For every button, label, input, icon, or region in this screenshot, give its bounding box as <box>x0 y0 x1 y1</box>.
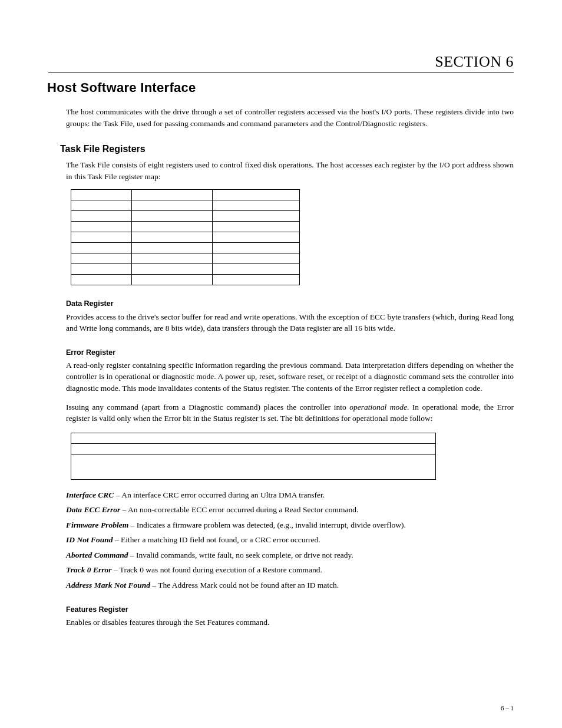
error-register-heading: Error Register <box>66 347 514 358</box>
def-term: Address Mark Not Found <box>66 581 150 589</box>
def-item: Address Mark Not Found – The Address Mar… <box>66 579 514 591</box>
def-text: – An interface CRC error occurred during… <box>114 490 325 499</box>
def-text: – The Address Mark could not be found af… <box>150 581 339 589</box>
def-term: Data ECC Error <box>66 505 120 514</box>
def-term: Aborted Command <box>66 551 128 559</box>
table-row <box>71 211 300 222</box>
table-row <box>71 454 436 479</box>
table-row <box>71 433 436 443</box>
err-p2-em: operational mode <box>349 403 407 411</box>
task-file-paragraph: The Task File consists of eight register… <box>66 159 514 182</box>
def-text: – Invalid commands, write fault, no seek… <box>128 551 353 559</box>
section-rule <box>48 73 514 73</box>
table-row <box>71 232 300 243</box>
body: The host communicates with the drive thr… <box>66 106 514 628</box>
def-text: – An non-correctable ECC error occurred … <box>120 505 358 514</box>
table-row <box>71 253 300 264</box>
table-row <box>71 443 436 454</box>
def-text: – Either a matching ID field not found, … <box>113 535 320 544</box>
table-row <box>71 264 300 275</box>
error-register-p1: A read-only register containing specific… <box>66 360 514 394</box>
data-register-heading: Data Register <box>66 298 514 309</box>
table-row <box>71 275 300 285</box>
section-label: SECTION 6 <box>48 53 514 71</box>
def-item: Interface CRC – An interface CRC error o… <box>66 489 514 501</box>
def-item: Firmware Problem – Indicates a firmware … <box>66 519 514 531</box>
data-register-paragraph: Provides access to the drive's sector bu… <box>66 311 514 334</box>
task-file-register-map <box>71 189 300 285</box>
def-item: Data ECC Error – An non-correctable ECC … <box>66 504 514 516</box>
features-register-heading: Features Register <box>66 604 514 615</box>
def-term: ID Not Found <box>66 535 113 544</box>
err-p2a: Issuing any command (apart from a Diagno… <box>66 403 349 411</box>
def-text: – Track 0 was not found during execution… <box>112 565 322 574</box>
error-register-p2: Issuing any command (apart from a Diagno… <box>66 401 514 424</box>
def-item: ID Not Found – Either a matching ID fiel… <box>66 534 514 546</box>
def-term: Track 0 Error <box>66 565 112 574</box>
def-text: – Indicates a firmware problem was detec… <box>128 521 406 529</box>
table-row <box>71 190 300 200</box>
page-number: 6 – 1 <box>501 704 514 711</box>
def-term: Interface CRC <box>66 490 114 499</box>
table-row <box>71 222 300 232</box>
def-item: Track 0 Error – Track 0 was not found du… <box>66 564 514 576</box>
error-register-bit-table <box>71 433 436 480</box>
intro-paragraph: The host communicates with the drive thr… <box>66 106 514 129</box>
features-register-paragraph: Enables or disables features through the… <box>66 617 514 628</box>
table-row <box>71 243 300 253</box>
def-item: Aborted Command – Invalid commands, writ… <box>66 549 514 561</box>
table-row <box>71 200 300 211</box>
def-term: Firmware Problem <box>66 521 128 529</box>
page-title: Host Software Interface <box>47 80 514 95</box>
page: SECTION 6 Host Software Interface The ho… <box>0 0 562 728</box>
error-bit-definitions: Interface CRC – An interface CRC error o… <box>66 489 514 591</box>
task-file-heading: Task File Registers <box>60 142 514 156</box>
